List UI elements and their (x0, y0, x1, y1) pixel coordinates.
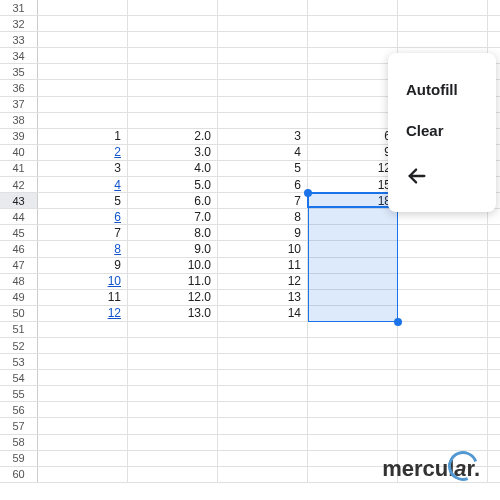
cell[interactable] (38, 386, 128, 401)
row-header[interactable]: 58 (0, 435, 38, 450)
row-header[interactable]: 48 (0, 274, 38, 289)
row-header[interactable]: 40 (0, 145, 38, 160)
cell[interactable] (398, 435, 488, 450)
cell[interactable]: 11 (218, 258, 308, 273)
cell[interactable]: 6 (308, 129, 398, 144)
row-header[interactable]: 41 (0, 161, 38, 176)
cell[interactable] (308, 354, 398, 369)
cell[interactable] (308, 16, 398, 31)
row-header[interactable]: 46 (0, 241, 38, 256)
cell[interactable]: 3 (38, 161, 128, 176)
cell[interactable]: 2 (38, 145, 128, 160)
cell[interactable] (308, 370, 398, 385)
cell[interactable] (398, 274, 488, 289)
cell[interactable] (218, 32, 308, 47)
cell[interactable] (218, 322, 308, 337)
cell[interactable] (398, 306, 488, 321)
cell[interactable] (128, 16, 218, 31)
cell[interactable] (128, 386, 218, 401)
cell[interactable] (218, 451, 308, 466)
cell[interactable] (128, 0, 218, 15)
selection-handle-bottom[interactable] (394, 318, 402, 326)
cell[interactable] (398, 402, 488, 417)
cell[interactable]: 13 (218, 290, 308, 305)
cell[interactable] (128, 435, 218, 450)
row-header[interactable]: 38 (0, 113, 38, 128)
cell[interactable] (308, 274, 398, 289)
row-header[interactable]: 54 (0, 370, 38, 385)
row-header[interactable]: 36 (0, 80, 38, 95)
cell[interactable]: 3 (218, 129, 308, 144)
cell[interactable] (218, 16, 308, 31)
cell[interactable]: 15 (308, 177, 398, 192)
cell[interactable] (128, 322, 218, 337)
cell[interactable] (128, 467, 218, 482)
cell[interactable]: 9 (38, 258, 128, 273)
row-header[interactable]: 31 (0, 0, 38, 15)
cell[interactable]: 10 (38, 274, 128, 289)
cell[interactable] (398, 354, 488, 369)
cell[interactable] (308, 64, 398, 79)
cell[interactable] (308, 258, 398, 273)
cell[interactable]: 4 (218, 145, 308, 160)
cell[interactable] (218, 354, 308, 369)
cell[interactable]: 8 (38, 241, 128, 256)
cell[interactable]: 2.0 (128, 129, 218, 144)
cell[interactable] (308, 338, 398, 353)
row-header[interactable]: 53 (0, 354, 38, 369)
cell[interactable] (38, 16, 128, 31)
cell[interactable] (308, 290, 398, 305)
row-header[interactable]: 52 (0, 338, 38, 353)
cell[interactable]: 7 (218, 193, 308, 208)
cell[interactable] (308, 32, 398, 47)
cell[interactable]: 3.0 (128, 145, 218, 160)
cell[interactable] (398, 418, 488, 433)
cell[interactable] (398, 370, 488, 385)
cell[interactable]: 6 (38, 209, 128, 224)
cell[interactable] (218, 386, 308, 401)
cell[interactable] (38, 418, 128, 433)
cell[interactable] (218, 0, 308, 15)
cell[interactable] (38, 467, 128, 482)
cell[interactable] (398, 386, 488, 401)
cell[interactable]: 18 (308, 193, 398, 208)
cell[interactable]: 4.0 (128, 161, 218, 176)
cell[interactable] (38, 80, 128, 95)
row-header[interactable]: 45 (0, 225, 38, 240)
cell[interactable] (38, 435, 128, 450)
cell[interactable] (308, 48, 398, 63)
cell[interactable]: 4 (38, 177, 128, 192)
row-header[interactable]: 50 (0, 306, 38, 321)
cell[interactable]: 11 (38, 290, 128, 305)
row-header[interactable]: 43 (0, 193, 38, 208)
row-header[interactable]: 33 (0, 32, 38, 47)
cell[interactable] (218, 370, 308, 385)
cell[interactable] (308, 0, 398, 15)
cell[interactable]: 14 (218, 306, 308, 321)
cell[interactable] (218, 467, 308, 482)
cell[interactable]: 8 (218, 209, 308, 224)
cell[interactable] (308, 113, 398, 128)
cell[interactable] (398, 241, 488, 256)
cell[interactable] (38, 64, 128, 79)
cell[interactable] (218, 418, 308, 433)
cell[interactable] (398, 258, 488, 273)
cell[interactable] (308, 386, 398, 401)
autofill-button[interactable]: Autofill (388, 69, 496, 110)
cell[interactable]: 9.0 (128, 241, 218, 256)
cell[interactable]: 6 (218, 177, 308, 192)
cell[interactable] (218, 48, 308, 63)
cell[interactable] (218, 113, 308, 128)
cell[interactable] (128, 370, 218, 385)
cell[interactable] (128, 113, 218, 128)
cell[interactable]: 10 (218, 241, 308, 256)
cell[interactable]: 9 (218, 225, 308, 240)
back-button[interactable] (388, 151, 496, 196)
cell[interactable]: 1 (38, 129, 128, 144)
cell[interactable] (308, 322, 398, 337)
cell[interactable]: 8.0 (128, 225, 218, 240)
cell[interactable] (128, 402, 218, 417)
cell[interactable]: 12 (218, 274, 308, 289)
row-header[interactable]: 49 (0, 290, 38, 305)
cell[interactable]: 5.0 (128, 177, 218, 192)
